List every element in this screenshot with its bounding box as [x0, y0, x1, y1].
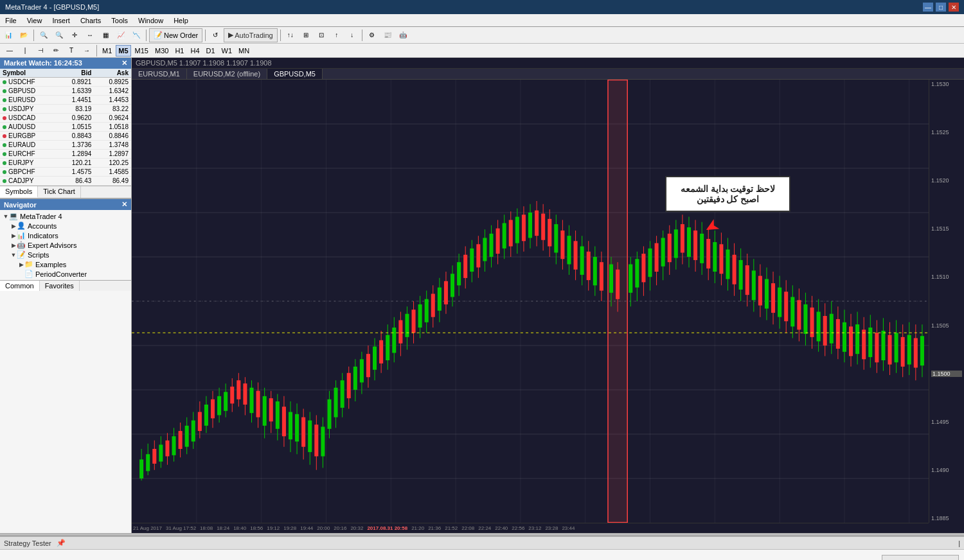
navigator-title: Navigator: [4, 201, 37, 209]
text-tool[interactable]: T: [64, 44, 78, 58]
menu-file[interactable]: File: [0, 14, 22, 26]
col-ask: Ask: [94, 69, 131, 78]
chart-zoom3-btn[interactable]: ↓: [345, 28, 359, 42]
svg-rect-156: [567, 236, 571, 264]
tf-m5[interactable]: M5: [116, 45, 130, 57]
nav-tree-label: Examples: [35, 261, 66, 268]
new-chart-btn[interactable]: 📊: [1, 28, 15, 42]
mw-close-icon[interactable]: ✕: [121, 59, 127, 67]
scroll-btn[interactable]: ↔: [83, 28, 97, 42]
market-watch-row[interactable]: USDCAD0.96200.9624: [0, 114, 131, 123]
time-label: 20:32: [350, 525, 363, 531]
close-button[interactable]: ✕: [949, 3, 959, 12]
strategy-tester-pin-icon[interactable]: 📌: [57, 539, 66, 547]
nav-tree-item-metatrader-4[interactable]: ▼💻MetaTrader 4: [0, 211, 131, 221]
periodicity-btn[interactable]: ⊞: [299, 28, 313, 42]
line-tool[interactable]: —: [3, 44, 17, 58]
market-watch-row[interactable]: EURJPY120.21120.25: [0, 159, 131, 168]
arrow-tool[interactable]: →: [80, 44, 94, 58]
nav-tree-item-accounts[interactable]: ▶👤Accounts: [0, 221, 131, 231]
zoom-in-btn[interactable]: 🔍: [37, 28, 51, 42]
crosshair-btn[interactable]: ✛: [67, 28, 82, 42]
candle-chart-btn[interactable]: 📈: [114, 28, 128, 42]
chart-tab-gbpusd-m5[interactable]: GBPUSD,M5: [267, 69, 323, 79]
nav-tree-item-expert-advisors[interactable]: ▶🤖Expert Advisors: [0, 240, 131, 250]
vline-tool[interactable]: |: [18, 44, 32, 58]
market-watch-row[interactable]: USDJPY83.1983.22: [0, 105, 131, 114]
col-bid: Bid: [57, 69, 94, 78]
svg-rect-245: [862, 329, 866, 359]
chart-area[interactable]: GBPUSD,M5 1.1907 1.1908 1.1907 1.1908 EU…: [132, 58, 964, 533]
mw-bid: 1.0515: [57, 123, 94, 132]
experts-btn[interactable]: 🤖: [396, 28, 410, 42]
nav-tree-item-periodconverter[interactable]: 📄PeriodConverter: [0, 269, 131, 279]
svg-rect-110: [418, 304, 422, 328]
nav-tab-favorites[interactable]: Favorites: [40, 281, 80, 291]
menu-view[interactable]: View: [22, 14, 48, 26]
tf-m1[interactable]: M1: [100, 45, 114, 57]
tf-m30[interactable]: M30: [152, 45, 171, 57]
menu-window[interactable]: Window: [133, 14, 168, 26]
new-order-icon: 📝: [154, 31, 163, 39]
tf-m15[interactable]: M15: [132, 45, 151, 57]
tf-h1[interactable]: H1: [172, 45, 186, 57]
menu-charts[interactable]: Charts: [75, 14, 106, 26]
menu-help[interactable]: Help: [168, 14, 193, 26]
mw-tab-symbols[interactable]: Symbols: [0, 186, 38, 198]
bar-chart-btn[interactable]: ▦: [98, 28, 112, 42]
news-btn[interactable]: 📰: [380, 28, 395, 42]
svg-rect-247: [868, 328, 872, 357]
svg-rect-38: [185, 426, 189, 447]
tf-d1[interactable]: D1: [204, 45, 218, 57]
svg-rect-193: [693, 231, 697, 260]
draw-tool[interactable]: ✏: [49, 44, 63, 58]
nav-tab-common[interactable]: Common: [0, 281, 40, 291]
open-btn[interactable]: 📂: [17, 28, 31, 42]
menu-tools[interactable]: Tools: [106, 14, 133, 26]
market-watch-row[interactable]: CADJPY86.4386.49: [0, 177, 131, 186]
nav-tree-item-scripts[interactable]: ▼📝Scripts: [0, 250, 131, 259]
tf-mn[interactable]: MN: [236, 45, 252, 57]
autotrading-btn[interactable]: ▶ AutoTrading: [224, 28, 278, 42]
expert-properties-btn[interactable]: Expert properties: [882, 555, 959, 560]
market-watch-row[interactable]: EURCHF1.28941.2897: [0, 150, 131, 159]
chart-tab-eurusd-m1[interactable]: EURUSD,M1: [132, 69, 187, 79]
indicators-btn[interactable]: ↑↓: [283, 28, 298, 42]
history-btn[interactable]: ↺: [208, 28, 222, 42]
svg-rect-219: [778, 288, 781, 317]
market-watch-row[interactable]: AUDUSD1.05151.0518: [0, 123, 131, 132]
nav-close-icon[interactable]: ✕: [121, 200, 127, 209]
vert-tab-icon[interactable]: |: [958, 539, 960, 547]
mw-tab-tick[interactable]: Tick Chart: [38, 186, 81, 198]
mw-ask: 0.8846: [94, 132, 131, 141]
market-watch-row[interactable]: GBPCHF1.45751.4585: [0, 168, 131, 177]
minimize-button[interactable]: —: [923, 3, 933, 12]
line-chart-btn[interactable]: 📉: [129, 28, 143, 42]
new-order-btn[interactable]: 📝 New Order: [149, 28, 202, 42]
tf-w1[interactable]: W1: [219, 45, 235, 57]
market-watch-row[interactable]: USDCHF0.89210.8925: [0, 78, 131, 87]
nav-tree-item-indicators[interactable]: ▶📊Indicators: [0, 231, 131, 240]
chart-canvas[interactable]: 1.1530 1.1525 1.1520 1.1515 1.1510 1.150…: [132, 80, 964, 533]
tf-h4[interactable]: H4: [188, 45, 202, 57]
svg-rect-44: [204, 405, 208, 426]
mw-bid: 1.2894: [57, 150, 94, 159]
chart-zoom-btn[interactable]: ⊡: [314, 28, 328, 42]
maximize-button[interactable]: □: [936, 3, 946, 12]
market-watch: Market Watch: 16:24:53 ✕ Symbol Bid Ask …: [0, 58, 131, 198]
market-watch-row[interactable]: EURUSD1.44511.4453: [0, 96, 131, 105]
market-watch-row[interactable]: EURAUD1.37361.3748: [0, 141, 131, 150]
hline-tool[interactable]: ⊣: [33, 44, 48, 58]
market-watch-row[interactable]: GBPUSD1.63391.6342: [0, 87, 131, 96]
zoom-out-btn[interactable]: 🔍: [52, 28, 66, 42]
chart-zoom2-btn[interactable]: ↑: [330, 28, 344, 42]
nav-tree-item-examples[interactable]: ▶📁Examples: [0, 259, 131, 269]
menu-insert[interactable]: Insert: [47, 14, 75, 26]
svg-rect-80: [321, 427, 325, 457]
svg-rect-128: [476, 244, 480, 267]
market-watch-row[interactable]: EURGBP0.88430.8846: [0, 132, 131, 141]
time-label: 20:00: [317, 525, 330, 531]
settings-btn[interactable]: ⚙: [365, 28, 379, 42]
svg-rect-183: [661, 238, 665, 266]
chart-tab-eurusd-m2[interactable]: EURUSD,M2 (offline): [187, 69, 267, 79]
